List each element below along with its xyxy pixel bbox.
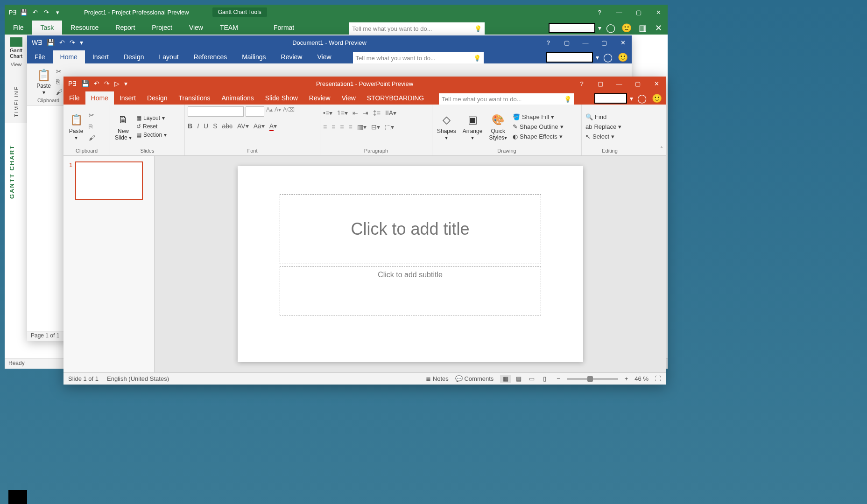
qat-more-icon[interactable]: ▾ [53, 8, 62, 16]
tab-project[interactable]: Project [143, 21, 181, 35]
cut-icon[interactable]: ✂ [56, 68, 63, 75]
find-button[interactable]: 🔍Find [585, 113, 621, 120]
slide[interactable]: Click to add title Click to add subtitle [238, 166, 583, 362]
redo-icon[interactable]: ↷ [70, 39, 75, 46]
tab-review[interactable]: Review [274, 50, 310, 63]
slide-thumbnail-pane[interactable]: 1 [63, 156, 155, 372]
text-direction-icon[interactable]: IIA▾ [385, 109, 396, 117]
undo-icon[interactable]: ↶ [94, 80, 99, 87]
paste-button[interactable]: 📋 Paste ▾ [35, 67, 53, 97]
slideshow-view-icon[interactable]: ▯ [539, 375, 550, 383]
tab-references[interactable]: References [186, 50, 235, 63]
bullets-icon[interactable]: •≡▾ [323, 109, 332, 117]
shape-outline-button[interactable]: ✎Shape Outline▾ [513, 123, 563, 130]
chevron-down-icon[interactable]: ▾ [596, 54, 599, 61]
tab-animations[interactable]: Animations [216, 91, 259, 105]
redo-icon[interactable]: ↷ [42, 8, 50, 16]
undo-icon[interactable]: ↶ [31, 8, 39, 16]
qat-more-icon[interactable]: ▾ [124, 80, 127, 87]
font-size-input[interactable] [246, 106, 264, 117]
shape-fill-button[interactable]: 🪣Shape Fill▾ [513, 113, 563, 120]
smiley-icon[interactable]: 🙂 [651, 92, 663, 105]
character-spacing-icon[interactable]: AV▾ [237, 122, 249, 130]
gantt-chart-button[interactable]: Gantt Chart View [10, 37, 22, 67]
language-indicator[interactable]: English (United States) [107, 375, 169, 382]
qat-more-icon[interactable]: ▾ [80, 39, 83, 46]
tab-home[interactable]: Home [85, 91, 114, 105]
save-icon[interactable]: 💾 [47, 39, 55, 46]
pp-user-box[interactable] [594, 93, 627, 104]
increase-font-icon[interactable]: A▴ [266, 106, 273, 117]
smiley-icon[interactable]: 🙂 [620, 21, 633, 35]
tab-report[interactable]: Report [107, 21, 143, 35]
justify-icon[interactable]: ≡ [349, 123, 352, 131]
thumbnail-row[interactable]: 1 [69, 161, 148, 200]
align-text-icon[interactable]: ⊟▾ [371, 123, 380, 131]
ribbon-options-icon[interactable]: ▢ [558, 35, 576, 49]
tab-view[interactable]: View [336, 91, 361, 105]
chevron-down-icon[interactable]: ▾ [598, 24, 601, 32]
strikethrough-icon[interactable]: abc [222, 122, 233, 130]
line-spacing-icon[interactable]: ‡≡ [373, 109, 381, 117]
font-color-icon[interactable]: A▾ [269, 122, 277, 130]
undo-icon[interactable]: ↶ [59, 39, 65, 46]
normal-view-icon[interactable]: ▦ [500, 375, 511, 383]
tab-transitions[interactable]: Transitions [173, 91, 216, 105]
maximize-icon[interactable]: ▢ [628, 77, 647, 91]
save-icon[interactable]: 💾 [20, 8, 28, 16]
cut-icon[interactable]: ✂ [89, 112, 95, 119]
close-secondary-icon[interactable]: ✕ [652, 21, 665, 35]
ribbon-options-icon[interactable]: ▢ [591, 77, 610, 91]
tab-review[interactable]: Review [303, 91, 336, 105]
chevron-down-icon[interactable]: ▾ [630, 95, 633, 102]
chevron-down-icon[interactable]: ▾ [75, 134, 78, 141]
tab-view[interactable]: View [310, 50, 338, 63]
zoom-slider[interactable] [567, 378, 618, 380]
project-tellme-input[interactable]: Tell me what you want to do... 💡 [349, 22, 485, 35]
underline-icon[interactable]: U [204, 122, 208, 130]
close-icon[interactable]: ✕ [647, 77, 666, 91]
chevron-down-icon[interactable]: ▾ [42, 89, 45, 96]
reading-view-icon[interactable]: ▭ [526, 375, 537, 383]
smartart-icon[interactable]: ⬚▾ [385, 123, 394, 131]
italic-icon[interactable]: I [197, 122, 199, 130]
cortana-icon[interactable]: ◯ [636, 92, 648, 105]
slide-sorter-icon[interactable]: ▤ [513, 375, 524, 383]
align-left-icon[interactable]: ≡ [323, 123, 327, 131]
tab-resource[interactable]: Resource [62, 21, 107, 35]
tab-home[interactable]: Home [53, 50, 85, 63]
shadow-icon[interactable]: S [213, 122, 217, 130]
maximize-icon[interactable]: ▢ [629, 5, 648, 20]
zoom-in-icon[interactable]: + [625, 375, 628, 382]
slide-indicator[interactable]: Slide 1 of 1 [68, 375, 99, 382]
paste-button[interactable]: 📋 Paste ▾ [66, 111, 86, 142]
align-center-icon[interactable]: ≡ [331, 123, 335, 131]
new-slide-button[interactable]: 🗎 New Slide ▾ [113, 111, 134, 142]
tab-mailings[interactable]: Mailings [234, 50, 273, 63]
zoom-out-icon[interactable]: − [557, 375, 560, 382]
slide-thumbnail[interactable] [75, 161, 143, 200]
save-icon[interactable]: 💾 [81, 80, 89, 87]
tab-insert[interactable]: Insert [85, 50, 116, 63]
redo-icon[interactable]: ↷ [104, 80, 110, 87]
tab-design[interactable]: Design [141, 91, 173, 105]
tab-storyboarding[interactable]: STORYBOARDING [361, 91, 430, 105]
zoom-level[interactable]: 46 % [634, 375, 648, 382]
tab-task[interactable]: Task [32, 21, 63, 35]
collapse-ribbon-icon[interactable]: ˄ [660, 146, 663, 153]
project-user-box[interactable] [549, 23, 595, 33]
align-right-icon[interactable]: ≡ [340, 123, 344, 131]
columns-icon[interactable]: ▥▾ [357, 123, 367, 131]
notes-button[interactable]: ≣ Notes [426, 375, 449, 382]
tab-team[interactable]: TEAM [211, 21, 247, 35]
font-family-input[interactable] [188, 106, 244, 117]
decrease-font-icon[interactable]: A▾ [275, 106, 281, 117]
tab-file[interactable]: File [5, 21, 32, 35]
select-button[interactable]: ↖Select ▾ [585, 133, 621, 140]
copy-icon[interactable]: ⎘ [56, 78, 63, 85]
layout-button[interactable]: ▦ Layout ▾ [136, 115, 167, 121]
tab-file[interactable]: File [27, 50, 53, 63]
minimize-icon[interactable]: — [610, 77, 628, 91]
tab-slideshow[interactable]: Slide Show [260, 91, 303, 105]
copy-icon[interactable]: ⎘ [89, 123, 95, 130]
